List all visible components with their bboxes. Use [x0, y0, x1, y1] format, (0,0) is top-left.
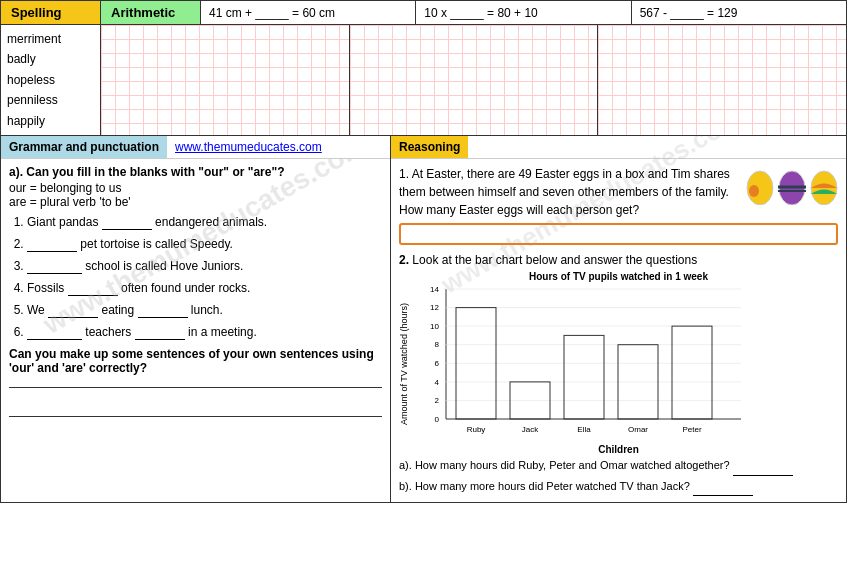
- grammar-make-up: Can you make up some sentences of your o…: [9, 347, 382, 375]
- svg-text:Jack: Jack: [522, 425, 539, 434]
- gq-2: pet tortoise is called Speedy.: [27, 237, 382, 252]
- easter-eggs-container: [746, 169, 838, 205]
- svg-text:Peter: Peter: [682, 425, 701, 434]
- arith-problem-2: 10 x _____ = 80 + 10: [416, 1, 631, 24]
- svg-text:Omar: Omar: [628, 425, 648, 434]
- q1-answer-box[interactable]: [399, 223, 838, 245]
- arith-problem-1: 41 cm + _____ = 60 cm: [201, 1, 416, 24]
- gq-1: Giant pandas endangered animals.: [27, 215, 382, 230]
- bar-chart-section: Hours of TV pupils watched in 1 week Amo…: [399, 271, 838, 455]
- reasoning-section: www.themumeducates.com Reasoning 1. At E…: [391, 136, 846, 502]
- arith-problem-3: 567 - _____ = 129: [632, 1, 846, 24]
- grammar-link[interactable]: www.themumeducates.com: [167, 136, 330, 158]
- chart-qb: b). How many more hours did Peter watche…: [399, 478, 838, 497]
- grammar-our-def: our = belonging to us: [9, 181, 382, 195]
- arithmetic-grid-2: [350, 25, 599, 135]
- svg-text:8: 8: [435, 340, 440, 349]
- gq-4: Fossils often found under rocks.: [27, 281, 382, 296]
- svg-text:4: 4: [435, 378, 440, 387]
- arithmetic-grid-3: [598, 25, 846, 135]
- svg-text:Ella: Ella: [577, 425, 591, 434]
- egg-2-icon: [778, 169, 806, 205]
- svg-text:10: 10: [430, 322, 439, 331]
- bar-chart-svg: 0 2 4 6 8: [411, 284, 761, 444]
- q2-intro: 2. Look at the bar chart below and answe…: [399, 253, 838, 267]
- arithmetic-tab: Arithmetic: [101, 1, 201, 24]
- arithmetic-grid-1: [101, 25, 350, 135]
- chart-y-label: Amount of TV watched (hours): [399, 284, 409, 444]
- chart-title: Hours of TV pupils watched in 1 week: [399, 271, 838, 282]
- spelling-words-section: merriment badly hopeless penniless happi…: [1, 25, 101, 135]
- grammar-tab: Grammar and punctuation: [1, 136, 167, 158]
- spelling-word-2: badly: [7, 49, 94, 69]
- spelling-word-1: merriment: [7, 29, 94, 49]
- chart-qa: a). How many hours did Ruby, Peter and O…: [399, 457, 838, 476]
- chart-x-label: Children: [399, 444, 838, 455]
- grammar-instruction: a). Can you fill in the blanks with "our…: [9, 165, 382, 179]
- svg-text:Ruby: Ruby: [467, 425, 486, 434]
- reasoning-header: Reasoning: [391, 136, 846, 159]
- egg-1-icon: [746, 169, 774, 205]
- grammar-questions-list: Giant pandas endangered animals. pet tor…: [9, 215, 382, 340]
- grammar-are-def: are = plural verb 'to be': [9, 195, 382, 209]
- gq-3: school is called Hove Juniors.: [27, 259, 382, 274]
- spelling-word-4: penniless: [7, 90, 94, 110]
- spelling-word-3: hopeless: [7, 70, 94, 90]
- svg-text:6: 6: [435, 359, 440, 368]
- gq-5: We eating lunch.: [27, 303, 382, 318]
- gq-6: teachers in a meeting.: [27, 325, 382, 340]
- spelling-tab: Spelling: [1, 1, 101, 24]
- q1-text: 1. At Easter, there are 49 Easter eggs i…: [399, 165, 738, 219]
- svg-text:2: 2: [435, 396, 440, 405]
- reasoning-tab: Reasoning: [391, 136, 468, 158]
- svg-text:0: 0: [435, 415, 440, 424]
- egg-3-icon: [810, 169, 838, 205]
- svg-point-1: [749, 185, 759, 197]
- grammar-section: Grammar and punctuation www.themumeducat…: [1, 136, 391, 502]
- svg-text:12: 12: [430, 303, 439, 312]
- svg-rect-31: [672, 326, 712, 419]
- svg-rect-27: [564, 335, 604, 419]
- spelling-word-5: happily: [7, 111, 94, 131]
- svg-text:14: 14: [430, 285, 439, 294]
- grammar-header: Grammar and punctuation www.themumeducat…: [1, 136, 390, 159]
